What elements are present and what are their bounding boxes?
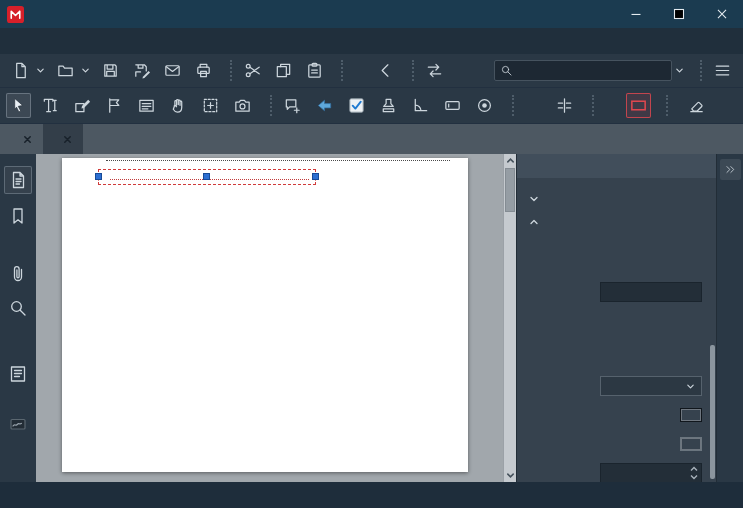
scroll-up-button[interactable] xyxy=(504,154,516,167)
font-name-field[interactable] xyxy=(600,282,702,302)
toc-entry-selected[interactable] xyxy=(98,167,453,186)
tab-untitled[interactable] xyxy=(3,124,43,154)
selected-text-object[interactable] xyxy=(98,169,316,185)
scroll-down-icon xyxy=(506,471,515,480)
save-as-button[interactable] xyxy=(129,58,154,83)
fill-color-swatch[interactable] xyxy=(680,408,702,422)
selection-handle-right[interactable] xyxy=(312,173,319,180)
toolbar-separator xyxy=(341,60,343,81)
align-tool-button[interactable] xyxy=(552,93,577,118)
search-input[interactable] xyxy=(517,64,666,78)
document-area[interactable] xyxy=(36,154,516,482)
properties-panel-button[interactable] xyxy=(4,360,32,388)
snapshot-icon xyxy=(233,96,252,115)
email-button[interactable] xyxy=(160,58,185,83)
transform-tool-button[interactable] xyxy=(198,93,223,118)
minimize-button[interactable] xyxy=(614,0,657,28)
attachments-panel-button[interactable] xyxy=(4,260,32,288)
thumbnails-icon xyxy=(8,170,28,190)
tab-active-document[interactable] xyxy=(43,124,83,154)
main-menu-button[interactable] xyxy=(710,58,735,83)
app-logo-icon xyxy=(7,6,24,23)
font-size-field[interactable] xyxy=(600,311,702,331)
search-box[interactable] xyxy=(494,60,672,81)
open-dropdown[interactable] xyxy=(80,58,91,83)
line-width-field[interactable] xyxy=(600,463,702,482)
snapshot-tool-button[interactable] xyxy=(230,93,255,118)
toolbar-separator xyxy=(592,95,594,116)
email-icon xyxy=(163,61,182,80)
title-bar xyxy=(0,0,743,28)
search-panel-button[interactable] xyxy=(4,294,32,322)
section-geometry[interactable] xyxy=(517,187,716,210)
section-font[interactable] xyxy=(517,210,716,233)
search-icon xyxy=(500,64,513,77)
file-toolbar xyxy=(0,54,743,88)
toc-leader-dots xyxy=(106,160,450,161)
maximize-button[interactable] xyxy=(657,0,700,28)
retract-tool-button[interactable] xyxy=(312,93,337,118)
radio-tool-button[interactable] xyxy=(472,93,497,118)
line-width-stepper[interactable] xyxy=(688,466,699,480)
text-type-select[interactable] xyxy=(600,376,702,396)
transfer-button[interactable] xyxy=(422,58,447,83)
document-scrollbar[interactable] xyxy=(503,154,516,482)
main-area xyxy=(0,154,743,482)
note-tool-button[interactable] xyxy=(280,93,305,118)
print-button[interactable] xyxy=(191,58,216,83)
tab-close-icon[interactable] xyxy=(63,135,72,144)
toolbar-separator xyxy=(270,95,272,116)
font-size-row xyxy=(517,308,716,334)
close-button[interactable] xyxy=(700,0,743,28)
edit-text-tool-button[interactable] xyxy=(38,93,63,118)
thumbnails-panel-button[interactable] xyxy=(4,166,32,194)
properties-panel xyxy=(516,154,716,482)
save-button[interactable] xyxy=(98,58,123,83)
spin-up-icon xyxy=(690,466,698,472)
search-dropdown[interactable] xyxy=(674,58,685,83)
retract-icon xyxy=(315,96,334,115)
nav-back-button[interactable] xyxy=(373,58,398,83)
properties-icon xyxy=(8,364,28,384)
select-tool-button[interactable] xyxy=(6,93,31,118)
new-document-button[interactable] xyxy=(8,58,33,83)
left-sidebar xyxy=(0,154,36,482)
menu-bar xyxy=(0,28,743,54)
panel-scrollbar[interactable] xyxy=(710,182,715,479)
stroke-color-swatch[interactable] xyxy=(680,437,702,451)
form-field-tool-button[interactable] xyxy=(440,93,465,118)
panel-scrollbar-thumb[interactable] xyxy=(710,345,715,479)
hand-tool-icon xyxy=(169,96,188,115)
select-text-icon xyxy=(105,96,124,115)
open-button[interactable] xyxy=(53,58,78,83)
collapse-panel-button[interactable] xyxy=(720,159,741,180)
tab-close-icon[interactable] xyxy=(23,135,32,144)
measure-tool-button[interactable] xyxy=(408,93,433,118)
stamp-tool-button[interactable] xyxy=(376,93,401,118)
radio-icon xyxy=(475,96,494,115)
pdf-page[interactable] xyxy=(62,158,468,472)
selection-handle-middle[interactable] xyxy=(203,173,210,180)
edit-object-tool-button[interactable] xyxy=(70,93,95,118)
new-document-dropdown[interactable] xyxy=(35,58,46,83)
hand-tool-button[interactable] xyxy=(166,93,191,118)
signature-panel-button[interactable] xyxy=(4,410,32,438)
bookmarks-panel-button[interactable] xyxy=(4,202,32,230)
eraser-tool-button[interactable] xyxy=(684,93,709,118)
scrollbar-thumb[interactable] xyxy=(505,168,515,212)
transform-icon xyxy=(201,96,220,115)
rectangle-annotation-button[interactable] xyxy=(626,93,651,118)
app-window xyxy=(0,0,743,508)
panel-body xyxy=(517,178,716,482)
scroll-down-button[interactable] xyxy=(504,469,516,482)
checkbox-tool-button[interactable] xyxy=(344,93,369,118)
selection-handle-left[interactable] xyxy=(95,173,102,180)
form-editor-tool-button[interactable] xyxy=(134,93,159,118)
paste-button[interactable] xyxy=(302,58,327,83)
cut-button[interactable] xyxy=(240,58,265,83)
chevron-up-icon xyxy=(529,217,539,227)
copy-button[interactable] xyxy=(271,58,296,83)
menu-icon xyxy=(713,61,732,80)
select-text-tool-button[interactable] xyxy=(102,93,127,118)
form-editor-icon xyxy=(137,96,156,115)
